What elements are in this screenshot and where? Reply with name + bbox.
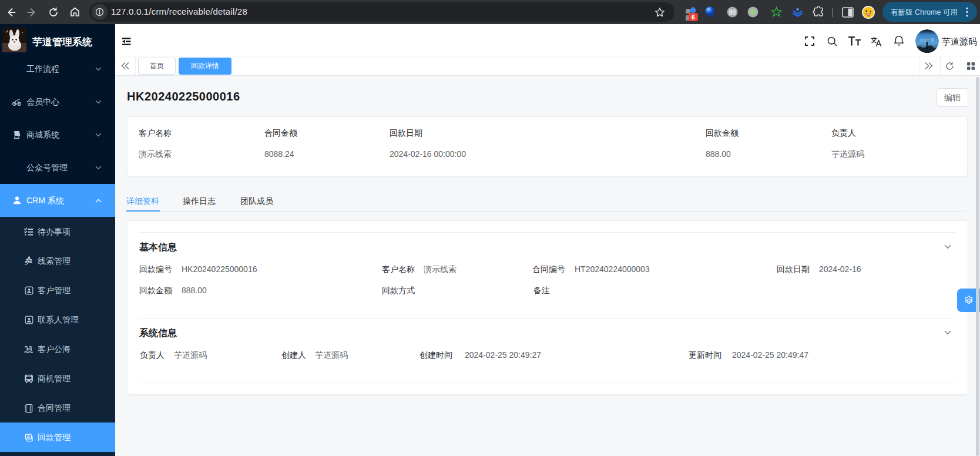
svg-text:文心一言: 文心一言 [919, 38, 935, 42]
